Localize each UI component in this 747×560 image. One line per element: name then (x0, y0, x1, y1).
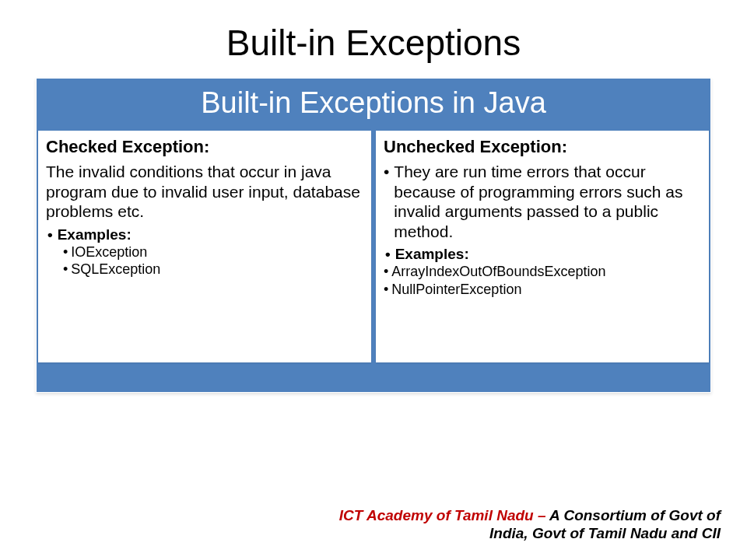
panel-title: Built-in Exceptions in Java (37, 79, 710, 131)
unchecked-examples-label: Examples: (384, 246, 701, 263)
unchecked-examples-list: ArrayIndexOutOfBoundsException NullPoint… (384, 263, 701, 298)
unchecked-heading: Unchecked Exception: (384, 137, 701, 157)
slide-title: Built-in Exceptions (0, 0, 747, 78)
checked-exception-column: Checked Exception: The invalid condition… (38, 131, 371, 362)
list-item: NullPointerException (384, 281, 701, 299)
content-panel: Built-in Exceptions in Java Checked Exce… (36, 78, 711, 393)
columns: Checked Exception: The invalid condition… (37, 131, 710, 364)
unchecked-exception-column: Unchecked Exception: They are run time e… (376, 131, 709, 362)
footer-tagline-1: A Consortium of Govt of (549, 507, 721, 523)
checked-description: The invalid conditions that occur in jav… (46, 162, 363, 222)
unchecked-description: They are run time errors that occur beca… (384, 162, 701, 241)
footer-org: ICT Academy of Tamil Nadu – (339, 507, 549, 523)
footer-credit: ICT Academy of Tamil Nadu – A Consortium… (339, 506, 721, 544)
checked-examples-label: Examples: (46, 226, 363, 243)
checked-examples-list: IOException SQLException (46, 243, 363, 278)
list-item: ArrayIndexOutOfBoundsException (384, 263, 701, 281)
checked-heading: Checked Exception: (46, 137, 363, 157)
panel-footer-bar (37, 366, 710, 392)
list-item: IOException (46, 243, 363, 261)
list-item: SQLException (46, 261, 363, 278)
footer-tagline-2: India, Govt of Tamil Nadu and CII (489, 525, 721, 541)
